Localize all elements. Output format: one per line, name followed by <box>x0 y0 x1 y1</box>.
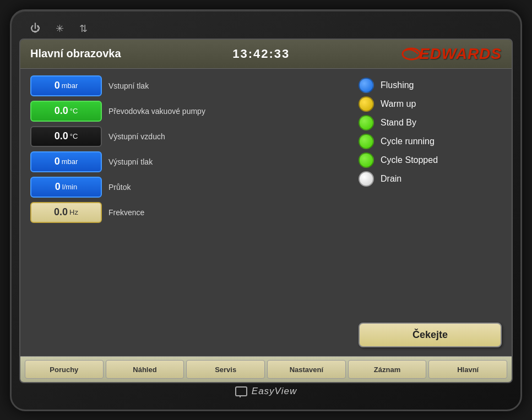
status-panel: Flushing Warm up Stand By Cycle running <box>359 75 502 350</box>
top-bar: ⏻ ✳ ⇅ <box>19 19 513 39</box>
device-frame: ⏻ ✳ ⇅ Hlavní obrazovka 13:42:33 EDWARDS … <box>10 9 522 411</box>
vystupni-vzduch-label: Výstupní vzduch <box>108 132 165 141</box>
sensor-row-vystupni-tlak: 0 mbar Výstupní tlak <box>30 151 348 172</box>
vystupni-vzduch-value: 0.0 °C <box>30 126 102 147</box>
drain-indicator <box>359 171 374 187</box>
vystupni-tlak-value: 0 mbar <box>30 151 102 172</box>
cekejte-button[interactable]: Čekejte <box>359 323 502 347</box>
status-item-drain: Drain <box>359 171 502 187</box>
vystupni-vzduch-unit: °C <box>70 132 78 140</box>
flushing-indicator <box>359 78 374 93</box>
frekvence-unit: Hz <box>69 208 78 216</box>
edwards-logo: EDWARDS <box>401 45 502 63</box>
status-item-cycle-running: Cycle running <box>359 134 502 149</box>
brand-bar: EasyView <box>235 383 297 400</box>
status-item-flushing: Flushing <box>359 78 502 93</box>
stand-by-label: Stand By <box>381 118 416 128</box>
prevodovka-unit: °C <box>70 107 78 115</box>
prevodovka-label: Převodovka vakuové pumpy <box>108 107 205 116</box>
sensor-row-vstupni-tlak: 0 mbar Vstupní tlak <box>30 75 348 96</box>
vstupni-tlak-number: 0 <box>55 80 60 91</box>
poruchy-button[interactable]: Poruchy <box>25 360 104 379</box>
cycle-stopped-label: Cycle Stopped <box>381 155 438 165</box>
cycle-stopped-indicator <box>359 152 374 168</box>
page-title: Hlavní obrazovka <box>30 47 121 60</box>
asterisk-icon: ✳ <box>56 23 64 35</box>
vstupni-tlak-value: 0 mbar <box>30 75 102 96</box>
sensor-row-vystupni-vzduch: 0.0 °C Výstupní vzduch <box>30 126 348 147</box>
main-screen: Hlavní obrazovka 13:42:33 EDWARDS 0 mbar… <box>19 39 513 383</box>
prutok-label: Průtok <box>108 183 131 192</box>
power-icon: ⏻ <box>30 23 40 34</box>
sensor-row-frekvence: 0.0 Hz Frekvence <box>30 202 348 223</box>
vystupni-tlak-number: 0 <box>55 156 60 167</box>
stand-by-indicator <box>359 115 374 130</box>
vstupni-tlak-unit: mbar <box>62 81 78 90</box>
nastaveni-button[interactable]: Nastavení <box>267 360 346 379</box>
vystupni-vzduch-number: 0.0 <box>55 130 68 142</box>
brand-name: EasyView <box>252 386 297 397</box>
vystupni-tlak-unit: mbar <box>62 157 78 166</box>
vystupni-tlak-label: Výstupní tlak <box>108 157 153 166</box>
screen-body: 0 mbar Vstupní tlak 0.0 °C Převodovka va… <box>20 69 512 356</box>
status-item-cycle-stopped: Cycle Stopped <box>359 152 502 168</box>
status-item-stand-by: Stand By <box>359 115 502 130</box>
edwards-swoosh-icon <box>401 46 421 62</box>
sensor-row-prevodovka: 0.0 °C Převodovka vakuové pumpy <box>30 101 348 122</box>
drain-label: Drain <box>381 174 401 184</box>
frekvence-label: Frekvence <box>108 208 144 217</box>
nahled-button[interactable]: Náhled <box>106 360 184 379</box>
prutok-number: 0 <box>55 181 61 193</box>
warm-up-label: Warm up <box>381 99 416 109</box>
servis-button[interactable]: Servis <box>186 360 265 379</box>
zaznam-button[interactable]: Záznam <box>348 360 427 379</box>
prutok-unit: l/min <box>62 183 77 191</box>
vstupni-tlak-label: Vstupní tlak <box>108 81 149 90</box>
hlavni-button[interactable]: Hlavní <box>428 360 507 379</box>
sensors-panel: 0 mbar Vstupní tlak 0.0 °C Převodovka va… <box>30 75 348 350</box>
sensor-row-prutok: 0 l/min Průtok <box>30 177 348 198</box>
flushing-label: Flushing <box>381 80 414 90</box>
frekvence-number: 0.0 <box>54 206 68 218</box>
clock-display: 13:42:33 <box>232 47 290 61</box>
easyview-logo-icon <box>235 386 247 396</box>
prutok-value: 0 l/min <box>30 177 102 198</box>
status-list: Flushing Warm up Stand By Cycle running <box>359 78 502 187</box>
prevodovka-value: 0.0 °C <box>30 101 102 122</box>
screen-header: Hlavní obrazovka 13:42:33 EDWARDS <box>20 40 512 69</box>
cycle-running-label: Cycle running <box>381 137 435 146</box>
warm-up-indicator <box>359 96 374 112</box>
edwards-logo-text: EDWARDS <box>419 45 502 63</box>
cycle-running-indicator <box>359 134 374 149</box>
status-item-warm-up: Warm up <box>359 96 502 112</box>
frekvence-value: 0.0 Hz <box>30 202 102 223</box>
network-icon: ⇅ <box>79 23 88 35</box>
prevodovka-number: 0.0 <box>55 105 68 117</box>
screen-footer: Poruchy Náhled Servis Nastavení Záznam H… <box>20 356 512 382</box>
